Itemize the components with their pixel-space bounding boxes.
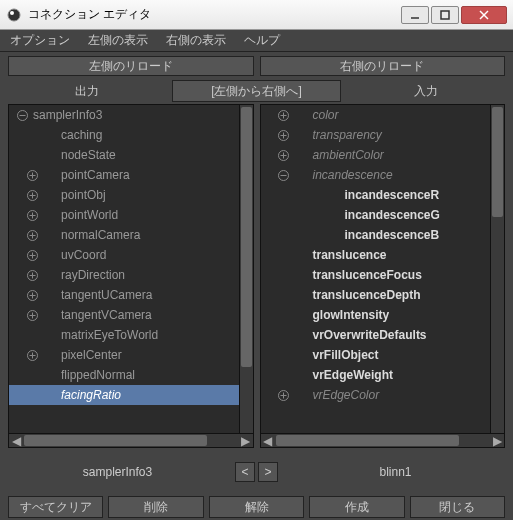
expand-icon[interactable] xyxy=(25,248,39,262)
tree-item-label: translucence xyxy=(313,248,387,262)
tree-item[interactable]: pointObj xyxy=(9,185,239,205)
tree-root[interactable]: samplerInfo3 xyxy=(9,105,239,125)
tree-item[interactable]: glowIntensity xyxy=(261,305,491,325)
break-button[interactable]: 解除 xyxy=(209,496,304,518)
tree-item[interactable]: matrixEyeToWorld xyxy=(9,325,239,345)
maximize-button[interactable] xyxy=(431,6,459,24)
tree-item-label: incandescenceR xyxy=(345,188,440,202)
collapse-icon[interactable] xyxy=(15,108,29,122)
tree-item[interactable]: translucenceFocus xyxy=(261,265,491,285)
tree-item[interactable]: translucence xyxy=(261,245,491,265)
tree-item[interactable]: incandescenceG xyxy=(261,205,491,225)
tree-item-label: caching xyxy=(61,128,102,142)
close-button[interactable] xyxy=(461,6,507,24)
right-vscrollbar[interactable] xyxy=(490,105,504,433)
tree-item[interactable]: tangentVCamera xyxy=(9,305,239,325)
svg-rect-3 xyxy=(441,11,449,19)
tree-item[interactable]: incandescence xyxy=(261,165,491,185)
tree-item-label: incandescenceB xyxy=(345,228,440,242)
menu-options[interactable]: オプション xyxy=(6,30,74,51)
window-title: コネクション エディタ xyxy=(28,6,401,23)
tree-item[interactable]: vrOverwriteDefaults xyxy=(261,325,491,345)
tree-item[interactable]: rayDirection xyxy=(9,265,239,285)
expand-icon[interactable] xyxy=(25,228,39,242)
tree-item-label: matrixEyeToWorld xyxy=(61,328,158,342)
tree-item[interactable]: translucenceDepth xyxy=(261,285,491,305)
make-button[interactable]: 作成 xyxy=(309,496,404,518)
tree-item-label: color xyxy=(313,108,339,122)
tree-item[interactable]: facingRatio xyxy=(9,385,239,405)
expand-icon[interactable] xyxy=(25,188,39,202)
tree-item[interactable]: flippedNormal xyxy=(9,365,239,385)
expand-icon[interactable] xyxy=(25,308,39,322)
tree-item-label: vrFillObject xyxy=(313,348,379,362)
tree-item-label: pointCamera xyxy=(61,168,130,182)
expand-icon[interactable] xyxy=(25,168,39,182)
left-vscrollbar[interactable] xyxy=(239,105,253,433)
tree-item-label: nodeState xyxy=(61,148,116,162)
tree-item[interactable]: vrEdgeWeight xyxy=(261,365,491,385)
reload-left-button[interactable]: 左側のリロード xyxy=(8,56,254,76)
right-panel: colortransparencyambientColorincandescen… xyxy=(260,104,506,448)
tree-item[interactable]: incandescenceR xyxy=(261,185,491,205)
tree-item-label: facingRatio xyxy=(61,388,121,402)
tree-item[interactable]: pointCamera xyxy=(9,165,239,185)
tree-item-label: rayDirection xyxy=(61,268,125,282)
tree-item[interactable]: transparency xyxy=(261,125,491,145)
tree-item-label: glowIntensity xyxy=(313,308,390,322)
toggle-spacer xyxy=(25,128,39,142)
menubar: オプション 左側の表示 右側の表示 ヘルプ xyxy=(0,30,513,52)
svg-point-1 xyxy=(10,11,14,15)
tree-item[interactable]: uvCoord xyxy=(9,245,239,265)
tree-item[interactable]: incandescenceB xyxy=(261,225,491,245)
expand-icon[interactable] xyxy=(277,108,291,122)
tree-item[interactable]: vrEdgeColor xyxy=(261,385,491,405)
expand-icon[interactable] xyxy=(25,268,39,282)
tree-item-label: flippedNormal xyxy=(61,368,135,382)
toggle-spacer xyxy=(25,368,39,382)
menu-help[interactable]: ヘルプ xyxy=(240,30,284,51)
scroll-left-icon[interactable]: ◀ xyxy=(9,434,23,448)
expand-icon[interactable] xyxy=(277,388,291,402)
expand-icon[interactable] xyxy=(25,288,39,302)
tree-item[interactable]: pixelCenter xyxy=(9,345,239,365)
tree-item[interactable]: normalCamera xyxy=(9,225,239,245)
tree-item[interactable]: tangentUCamera xyxy=(9,285,239,305)
tree-item[interactable]: pointWorld xyxy=(9,205,239,225)
minimize-button[interactable] xyxy=(401,6,429,24)
right-hscrollbar[interactable]: ◀ ▶ xyxy=(260,434,506,448)
collapse-icon[interactable] xyxy=(277,168,291,182)
menu-left-display[interactable]: 左側の表示 xyxy=(84,30,152,51)
expand-icon[interactable] xyxy=(25,208,39,222)
direction-button[interactable]: [左側から右側へ] xyxy=(172,80,340,102)
toggle-spacer xyxy=(277,288,291,302)
reload-right-button[interactable]: 右側のリロード xyxy=(260,56,506,76)
tree-item-label: tangentVCamera xyxy=(61,308,152,322)
tree-item-label: translucenceDepth xyxy=(313,288,421,302)
scroll-right-icon[interactable]: ▶ xyxy=(490,434,504,448)
left-hscrollbar[interactable]: ◀ ▶ xyxy=(8,434,254,448)
tree-item[interactable]: caching xyxy=(9,125,239,145)
toggle-spacer xyxy=(277,308,291,322)
tree-item-label: vrEdgeWeight xyxy=(313,368,393,382)
prev-button[interactable]: < xyxy=(235,462,255,482)
tree-item[interactable]: ambientColor xyxy=(261,145,491,165)
scroll-right-icon[interactable]: ▶ xyxy=(239,434,253,448)
expand-icon[interactable] xyxy=(25,348,39,362)
svg-point-0 xyxy=(8,9,20,21)
next-button[interactable]: > xyxy=(258,462,278,482)
tree-item-label: ambientColor xyxy=(313,148,384,162)
left-node-name: samplerInfo3 xyxy=(8,465,227,479)
tree-item-label: incandescence xyxy=(313,168,393,182)
expand-icon[interactable] xyxy=(277,128,291,142)
close-button[interactable]: 閉じる xyxy=(410,496,505,518)
tree-item-label: pointWorld xyxy=(61,208,118,222)
scroll-left-icon[interactable]: ◀ xyxy=(261,434,275,448)
tree-item[interactable]: nodeState xyxy=(9,145,239,165)
delete-button[interactable]: 削除 xyxy=(108,496,203,518)
clear-all-button[interactable]: すべてクリア xyxy=(8,496,103,518)
expand-icon[interactable] xyxy=(277,148,291,162)
menu-right-display[interactable]: 右側の表示 xyxy=(162,30,230,51)
tree-item[interactable]: vrFillObject xyxy=(261,345,491,365)
tree-item[interactable]: color xyxy=(261,105,491,125)
